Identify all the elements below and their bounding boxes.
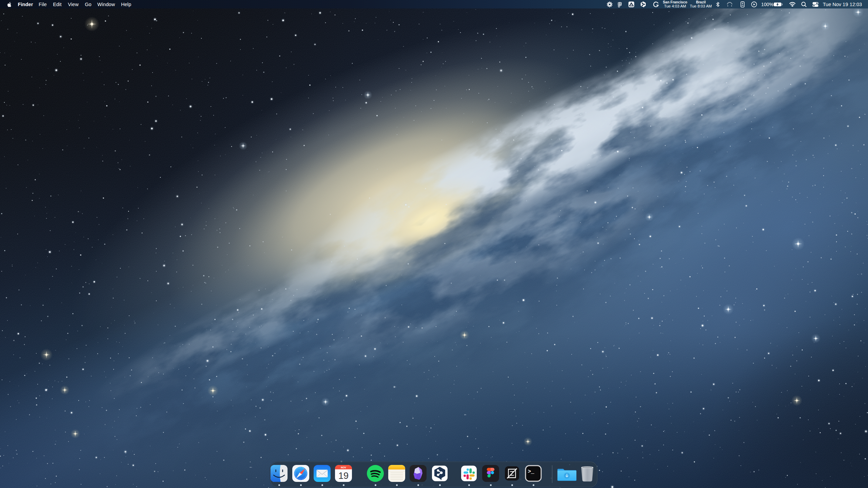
svg-text:19: 19 bbox=[338, 471, 349, 481]
svg-text:>_: >_ bbox=[528, 469, 535, 475]
svg-text:NOV: NOV bbox=[341, 466, 346, 469]
